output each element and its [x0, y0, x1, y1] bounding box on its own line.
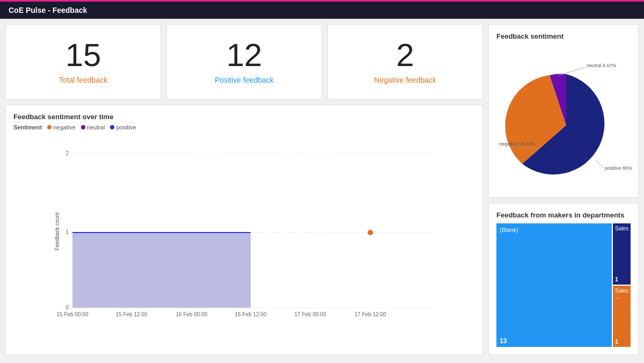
- dept-blank-count: 13: [500, 337, 507, 345]
- positive-dot: [110, 125, 114, 129]
- negative-feedback-card: 2 Negative feedback: [327, 24, 483, 99]
- dept-sales-top: Sales 1: [613, 223, 631, 285]
- positive-feedback-card: 12 Positive feedback: [166, 24, 322, 99]
- chart-legend: Sentiment negative neutral positive: [13, 124, 475, 130]
- total-feedback-card: 15 Total feedback: [5, 24, 161, 99]
- negative-feedback-label: Negative feedback: [374, 76, 436, 84]
- dept-chart-card: Feedback from makers in departments (Bla…: [488, 203, 639, 355]
- svg-text:negative 13.33%: negative 13.33%: [499, 141, 535, 147]
- svg-text:positive 80%: positive 80%: [605, 165, 632, 171]
- dept-sales-sub: Sales ... 1: [613, 286, 631, 347]
- dept-sales-count: 1: [615, 276, 628, 282]
- positive-feedback-number: 12: [226, 39, 262, 71]
- positive-feedback-label: Positive feedback: [215, 76, 274, 84]
- legend-neutral: neutral: [81, 124, 105, 130]
- pie-chart-card: Feedback sentiment neutral: [488, 24, 639, 198]
- dept-chart-title: Feedback from makers in departments: [496, 211, 631, 219]
- dept-right-bars: Sales 1 Sales ... 1: [613, 223, 631, 347]
- neutral-dot: [81, 125, 85, 129]
- svg-text:neutral 6.67%: neutral 6.67%: [587, 63, 617, 68]
- dept-sales-sub-count: 1: [615, 338, 628, 345]
- stat-cards-row: 15 Total feedback 12 Positive feedback 2…: [5, 24, 483, 99]
- negative-dot: [47, 125, 52, 129]
- total-feedback-label: Total feedback: [59, 76, 107, 84]
- pie-chart-svg: neutral 6.67% negative 13.33% positive 8…: [496, 45, 636, 190]
- top-bar: CoE Pulse - Feedback: [0, 0, 644, 19]
- line-chart-card: Feedback sentiment over time Sentiment n…: [5, 105, 483, 355]
- legend-negative: negative: [47, 124, 76, 130]
- dept-sales-sub-label: Sales ...: [615, 288, 628, 300]
- legend-positive: positive: [110, 124, 136, 130]
- negative-feedback-number: 2: [396, 39, 414, 71]
- svg-text:0: 0: [65, 304, 69, 310]
- svg-text:Feedback count: Feedback count: [54, 212, 60, 250]
- svg-text:15 Feb 12:00: 15 Feb 12:00: [116, 311, 148, 317]
- pie-chart-container: neutral 6.67% negative 13.33% positive 8…: [496, 45, 636, 190]
- legend-label: Sentiment: [13, 124, 42, 130]
- app-title: CoE Pulse - Feedback: [9, 6, 87, 14]
- svg-line-17: [596, 160, 604, 168]
- svg-text:1: 1: [65, 229, 69, 235]
- dept-sales-label: Sales: [615, 226, 628, 231]
- total-feedback-number: 15: [65, 39, 101, 71]
- line-chart-area: 2 1 0 Feedback count: [13, 135, 475, 317]
- svg-text:16 Feb 00:00: 16 Feb 00:00: [176, 311, 208, 317]
- svg-text:17 Feb 12:00: 17 Feb 12:00: [355, 311, 386, 317]
- area-polygon: [72, 233, 251, 308]
- svg-text:2: 2: [65, 150, 69, 156]
- pie-chart-title: Feedback sentiment: [496, 32, 631, 40]
- dept-blank-bar: (Blank) 13: [496, 223, 612, 347]
- svg-line-13: [558, 67, 585, 76]
- svg-text:17 Feb 00:00: 17 Feb 00:00: [295, 311, 326, 317]
- line-chart-svg: 2 1 0 Feedback count: [13, 135, 475, 317]
- svg-text:15 Feb 00:00: 15 Feb 00:00: [57, 311, 89, 317]
- dept-blank-label: (Blank): [500, 227, 518, 233]
- svg-text:16 Feb 12:00: 16 Feb 12:00: [235, 311, 267, 317]
- dept-treemap: (Blank) 13 Sales 1 Sales ... 1: [496, 223, 631, 347]
- line-chart-title: Feedback sentiment over time: [13, 113, 475, 121]
- negative-dot-point: [368, 230, 373, 235]
